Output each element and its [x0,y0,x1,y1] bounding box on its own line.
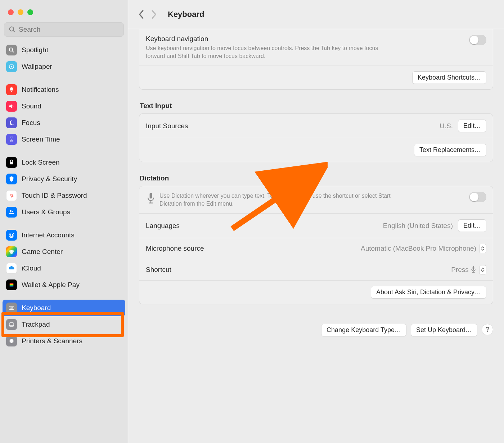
sidebar-item-label: Keyboard [22,304,51,312]
minimize-window-button[interactable] [18,9,23,15]
svg-rect-14 [10,285,14,286]
keyboard-navigation-panel: Keyboard navigation Use keyboard navigat… [139,29,493,90]
wallet-icon [6,279,17,290]
about-siri-dictation-button[interactable]: About Ask Siri, Dictation & Privacy… [371,286,486,299]
shortcut-stepper[interactable] [479,265,486,274]
search-field[interactable] [4,22,124,37]
svg-rect-6 [10,162,13,165]
svg-rect-13 [10,284,14,285]
kb-nav-toggle[interactable] [469,35,486,45]
close-window-button[interactable] [8,9,14,15]
mic-source-stepper[interactable] [479,244,486,253]
sound-icon [6,101,17,112]
sidebar-item-label: Notifications [22,86,59,94]
privacy-icon [6,174,17,184]
mic-glyph-icon [471,266,476,273]
svg-point-0 [10,27,14,31]
users-icon [6,207,17,218]
search-input[interactable] [19,26,119,33]
game-center-icon [6,246,17,257]
svg-rect-20 [10,309,13,309]
text-replacements-button[interactable]: Text Replacements… [414,144,486,156]
svg-rect-17 [10,308,11,308]
sidebar-item-lock-screen[interactable]: Lock Screen [3,154,125,171]
sidebar-item-label: Internet Accounts [22,231,75,239]
sidebar-item-label: iCloud [22,264,41,272]
sidebar-item-label: Game Center [22,248,63,256]
svg-point-11 [10,251,13,254]
sidebar-item-label: Touch ID & Password [22,192,87,200]
svg-point-8 [12,211,13,212]
sidebar-item-spotlight[interactable]: Spotlight [3,42,125,58]
sidebar-item-internet-accounts[interactable]: @ Internet Accounts [3,227,125,243]
mic-source-value: Automatic (MacBook Pro Microphone) [361,245,476,252]
dictation-description: Use Dictation wherever you can type text… [159,192,404,207]
footer-buttons: Change Keyboard Type… Set Up Keyboard… ? [128,315,504,346]
text-input-panel: Input Sources U.S. Edit… Text Replacemen… [139,113,493,162]
touch-id-icon [6,190,17,201]
sidebar-item-game-center[interactable]: Game Center [3,243,125,260]
languages-label: Languages [146,222,180,230]
sidebar-item-label: Screen Time [22,135,60,143]
dictation-section-label: Dictation [140,174,493,182]
keyboard-shortcuts-button[interactable]: Keyboard Shortcuts… [412,71,486,84]
sidebar-item-sound[interactable]: Sound [3,98,125,115]
sidebar-item-notifications[interactable]: Notifications [3,81,125,98]
svg-rect-25 [10,342,13,343]
titlebar: Keyboard [128,0,504,29]
sidebar-item-trackpad[interactable]: Trackpad [3,316,125,333]
sidebar-item-wallet[interactable]: Wallet & Apple Pay [3,277,125,293]
dictation-panel: Use Dictation wherever you can type text… [139,186,493,304]
text-input-section-label: Text Input [140,102,493,110]
sidebar-item-label: Spotlight [22,46,48,54]
svg-rect-19 [12,308,13,308]
dictation-toggle[interactable] [469,192,486,202]
lock-screen-icon [6,157,17,168]
microphone-icon [146,192,156,204]
notifications-icon [6,84,17,95]
kb-nav-title: Keyboard navigation [146,35,391,43]
wallpaper-icon [6,61,17,72]
printers-icon [6,336,17,346]
help-button[interactable]: ? [482,324,493,335]
sidebar-item-label: Wallpaper [22,63,52,71]
keyboard-icon [6,303,17,313]
sidebar-item-label: Printers & Scanners [22,337,82,345]
languages-edit-button[interactable]: Edit… [458,219,486,232]
sidebar-item-label: Privacy & Security [22,175,77,183]
input-sources-value: U.S. [440,122,453,130]
svg-rect-21 [9,323,14,327]
kb-nav-description: Use keyboard navigation to move focus be… [146,44,391,60]
sidebar-item-label: Wallet & Apple Pay [22,281,80,289]
internet-accounts-icon: @ [6,230,17,241]
fullscreen-window-button[interactable] [27,9,33,15]
sidebar-item-keyboard[interactable]: Keyboard [3,300,125,316]
svg-rect-26 [150,193,152,198]
svg-rect-16 [9,306,14,309]
sidebar-item-privacy[interactable]: Privacy & Security [3,171,125,187]
sidebar-item-focus[interactable]: Focus [3,115,125,131]
window-controls [0,3,128,22]
forward-button[interactable] [148,8,160,21]
svg-rect-18 [11,308,12,308]
sidebar-item-icloud[interactable]: iCloud [3,260,125,277]
sidebar-item-printers[interactable]: Printers & Scanners [3,333,125,349]
content-area: Keyboard Keyboard navigation Use keyboar… [128,0,504,443]
page-title: Keyboard [168,10,204,19]
sidebar-item-label: Lock Screen [22,158,60,166]
svg-line-1 [13,31,15,32]
setup-keyboard-button[interactable]: Set Up Keyboard… [411,324,477,336]
trackpad-icon [6,319,17,330]
svg-point-2 [9,48,13,51]
input-sources-label: Input Sources [146,122,188,130]
sidebar-item-users[interactable]: Users & Groups [3,204,125,220]
change-keyboard-type-button[interactable]: Change Keyboard Type… [321,324,406,336]
sidebar-item-touch-id[interactable]: Touch ID & Password [3,187,125,204]
sidebar-item-label: Sound [22,102,41,110]
svg-rect-12 [10,283,14,284]
input-sources-edit-button[interactable]: Edit… [458,120,486,132]
sidebar-item-screen-time[interactable]: Screen Time [3,131,125,148]
mic-source-label: Microphone source [146,245,204,252]
sidebar-item-wallpaper[interactable]: Wallpaper [3,58,125,75]
back-button[interactable] [135,8,148,21]
